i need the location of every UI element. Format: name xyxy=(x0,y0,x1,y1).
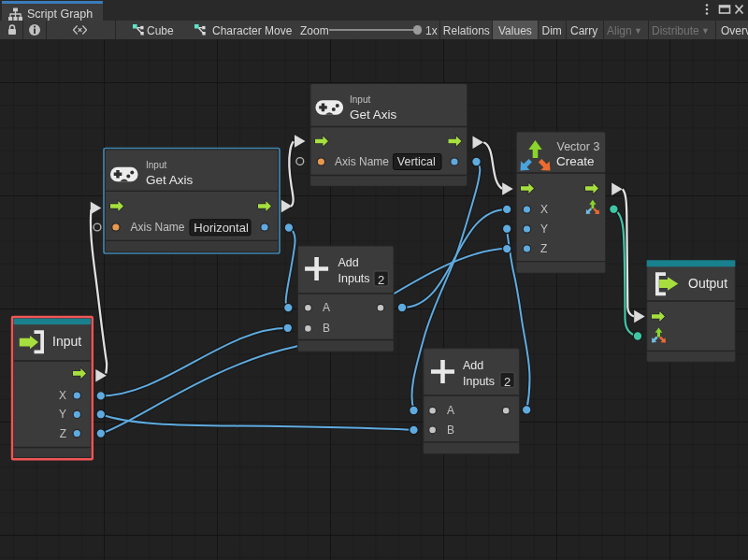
svg-text:B: B xyxy=(323,322,330,335)
svg-text:Y: Y xyxy=(540,223,548,236)
svg-text:2: 2 xyxy=(504,375,511,389)
svg-text:Get Axis: Get Axis xyxy=(146,173,194,187)
svg-text:Output: Output xyxy=(688,276,727,291)
svg-text:Z: Z xyxy=(60,427,66,440)
svg-text:Input: Input xyxy=(146,160,166,170)
svg-text:X: X xyxy=(540,203,548,216)
svg-text:A: A xyxy=(323,301,330,314)
svg-text:Z: Z xyxy=(540,242,547,255)
svg-text:Axis Name: Axis Name xyxy=(335,155,389,168)
svg-text:Input: Input xyxy=(52,334,81,349)
svg-text:Input: Input xyxy=(350,94,370,105)
svg-text:Axis Name: Axis Name xyxy=(131,221,185,234)
svg-text:Add: Add xyxy=(338,256,359,269)
svg-text:Add: Add xyxy=(463,359,483,372)
svg-text:B: B xyxy=(447,424,454,437)
svg-text:Vector 3: Vector 3 xyxy=(557,140,600,153)
svg-text:X: X xyxy=(59,389,66,402)
svg-text:Y: Y xyxy=(59,408,66,421)
svg-text:Get Axis: Get Axis xyxy=(350,108,397,122)
svg-text:Create: Create xyxy=(556,154,595,168)
svg-text:A: A xyxy=(447,404,454,417)
svg-text:Inputs: Inputs xyxy=(463,375,495,388)
svg-text:Inputs: Inputs xyxy=(338,272,370,285)
svg-text:Horizontal: Horizontal xyxy=(194,221,249,235)
svg-text:Vertical: Vertical xyxy=(397,155,436,168)
svg-text:2: 2 xyxy=(378,273,384,287)
